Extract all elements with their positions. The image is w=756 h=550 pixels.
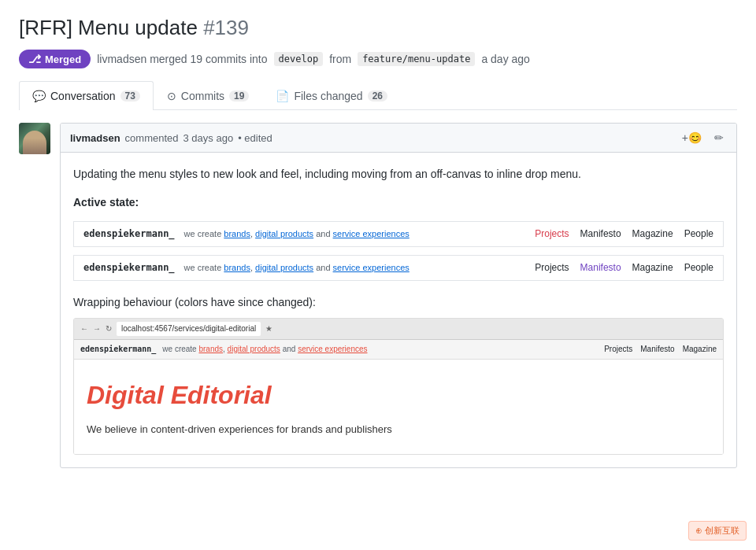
title-text: [RFR] Menu update: [19, 16, 198, 39]
comment-header: livmadsen commented 3 days ago • edited …: [61, 124, 736, 153]
time-ago: a day ago: [481, 53, 530, 65]
nav-item-magazine-1[interactable]: Magazine: [632, 227, 673, 242]
edit-button[interactable]: ✏: [711, 130, 727, 146]
screenshot-box: ← → ↻ localhost:4567/services/digital-ed…: [73, 318, 724, 455]
browser-bar: ← → ↻ localhost:4567/services/digital-ed…: [74, 319, 723, 340]
comment-edited: • edited: [238, 132, 272, 144]
ss-nav-manifesto[interactable]: Manifesto: [640, 343, 674, 356]
nav-tagline-1: we create brands, digital products and s…: [184, 227, 410, 242]
conversation-icon: 💬: [32, 90, 46, 102]
ss-brand: edenspiekermann_: [80, 343, 156, 356]
comment-author[interactable]: livmadsen: [70, 132, 120, 144]
active-state-label: Active state:: [73, 194, 724, 211]
page-title: [RFR] Menu update #139: [19, 16, 737, 40]
tab-files-changed[interactable]: 📄 Files changed 26: [262, 81, 401, 110]
nav-item-manifesto-active[interactable]: Manifesto: [580, 260, 621, 275]
base-branch-tag[interactable]: develop: [274, 52, 324, 66]
head-branch-tag[interactable]: feature/menu-update: [358, 52, 475, 66]
merged-badge-label: Merged: [45, 54, 81, 65]
ss-hero-title: Digital Editorial: [87, 375, 710, 415]
files-icon: 📄: [276, 90, 289, 102]
comment-intro: Updating the menu styles to new look and…: [73, 165, 724, 183]
issue-number: #139: [203, 16, 249, 39]
nav-items-1: Projects Manifesto Magazine People: [535, 227, 713, 242]
tab-files-count: 26: [368, 90, 387, 102]
from-text: from: [329, 53, 351, 65]
tab-commits-count: 19: [229, 90, 249, 102]
ss-hero: Digital Editorial We believe in content-…: [74, 360, 723, 454]
screenshot-content: edenspiekermann_ we create brands, digit…: [74, 340, 723, 454]
reaction-button[interactable]: +😊: [679, 130, 705, 146]
ss-nav-bar: edenspiekermann_ we create brands, digit…: [74, 340, 723, 360]
nav-tagline-2: we create brands, digital products and s…: [184, 261, 410, 275]
comment-thread: livmadsen commented 3 days ago • edited …: [19, 123, 737, 468]
tab-conversation[interactable]: 💬 Conversation 73: [19, 81, 154, 110]
nav-brand-2: edenspiekermann_: [83, 260, 175, 275]
comment-action: commented: [125, 132, 179, 144]
nav-item-people-1[interactable]: People: [684, 227, 713, 242]
comment-body: Updating the menu styles to new look and…: [61, 153, 736, 467]
comment-header-right: +😊 ✏: [679, 130, 727, 146]
ss-nav-projects[interactable]: Projects: [604, 343, 632, 356]
browser-forward-icon[interactable]: →: [93, 323, 101, 335]
ss-tagline: we create brands, digital products and s…: [162, 343, 367, 356]
nav-demo-1: edenspiekermann_ we create brands, digit…: [73, 221, 724, 247]
avatar: [19, 123, 50, 154]
tab-files-label: Files changed: [294, 90, 362, 102]
browser-url[interactable]: localhost:4567/services/digital-editoria…: [117, 322, 261, 336]
tab-conversation-count: 73: [120, 90, 140, 102]
nav-item-manifesto-1[interactable]: Manifesto: [580, 227, 621, 242]
nav-demo-2: edenspiekermann_ we create brands, digit…: [73, 255, 724, 281]
merge-status-bar: ⎇ Merged livmadsen merged 19 commits int…: [19, 50, 737, 68]
nav-item-people-2[interactable]: People: [684, 260, 713, 275]
nav-brand-1: edenspiekermann_: [83, 227, 175, 242]
nav-item-magazine-2[interactable]: Magazine: [632, 260, 673, 275]
browser-bookmark-icon[interactable]: ★: [265, 323, 272, 335]
merge-icon: ⎇: [28, 53, 41, 65]
ss-hero-subtitle: We believe in content-driven experiences…: [87, 422, 710, 438]
tab-commits[interactable]: ⊙ Commits 19: [154, 81, 263, 110]
browser-back-icon[interactable]: ←: [80, 323, 88, 335]
nav-items-2: Projects Manifesto Magazine People: [535, 260, 713, 275]
nav-item-projects-active[interactable]: Projects: [535, 227, 569, 242]
tab-conversation-label: Conversation: [50, 90, 116, 102]
ss-nav-magazine[interactable]: Magazine: [683, 343, 717, 356]
tabs-bar: 💬 Conversation 73 ⊙ Commits 19 📄 Files c…: [19, 81, 737, 110]
comment-box: livmadsen commented 3 days ago • edited …: [60, 123, 737, 468]
ss-nav-items: Projects Manifesto Magazine: [604, 343, 717, 356]
comment-time: 3 days ago: [183, 132, 234, 144]
merged-badge: ⎇ Merged: [19, 50, 91, 68]
comment-header-left: livmadsen commented 3 days ago • edited: [70, 132, 272, 144]
nav-item-projects-2[interactable]: Projects: [535, 260, 569, 275]
commits-icon: ⊙: [167, 90, 176, 102]
merge-description: livmadsen merged 19 commits into: [97, 53, 267, 65]
tab-commits-label: Commits: [181, 90, 224, 102]
browser-refresh-icon[interactable]: ↻: [106, 323, 112, 335]
wrapping-label: Wrapping behaviour (colors have since ch…: [73, 293, 724, 311]
